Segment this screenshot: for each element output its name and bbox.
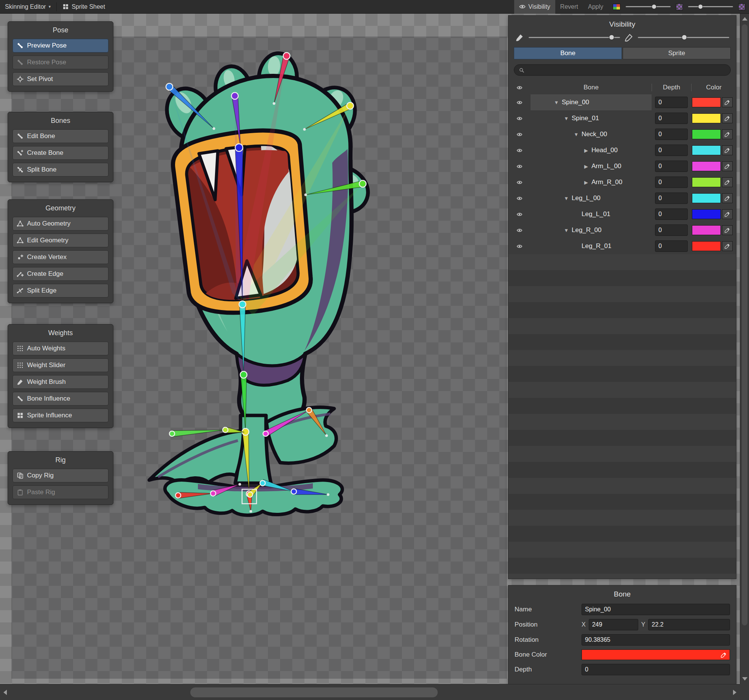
rotation-input[interactable] [582,634,730,646]
bone-row-leg-l-00[interactable]: ▼Leg_L_00 [508,190,736,206]
split-bone-button[interactable]: Split Bone [13,163,108,177]
edit-geometry-button[interactable]: Edit Geometry [13,234,108,247]
eyedropper-icon[interactable] [722,113,733,123]
tab-bone[interactable]: Bone [514,47,622,59]
expand-arrow-icon[interactable]: ▼ [553,100,559,105]
depth-column-header[interactable]: Depth [652,84,691,91]
eye-column-header[interactable] [508,85,531,91]
copy-rig-button[interactable]: Copy Rig [13,469,108,482]
sprite-opacity-slider[interactable] [626,6,671,7]
bone-color-swatch[interactable] [692,177,721,187]
bone-color-swatch[interactable] [692,97,721,107]
scroll-right-arrow-icon[interactable] [733,690,736,695]
expand-arrow-icon[interactable]: ▼ [563,228,569,233]
apply-button[interactable]: Apply [583,0,608,14]
eye-toggle[interactable] [508,116,531,121]
bone-column-header[interactable]: Bone [531,84,652,91]
texture-opacity-icon[interactable] [676,3,683,10]
bone-opacity-slider[interactable] [688,6,733,7]
visibility-toggle-button[interactable]: Visibility [514,0,555,14]
paste-rig-button[interactable]: Paste Rig [13,485,108,499]
expand-arrow-icon[interactable]: ▼ [573,132,579,137]
bone-search-box[interactable] [514,64,731,76]
depth-input[interactable] [655,97,688,108]
expand-arrow-icon[interactable]: ▼ [563,116,569,121]
slider-knob[interactable] [609,35,614,40]
preview-pose-button[interactable]: Preview Pose [13,39,108,52]
eye-toggle[interactable] [508,164,531,169]
bone-color-swatch[interactable] [692,145,721,155]
set-pivot-button[interactable]: Set Pivot [13,72,108,86]
search-input[interactable] [527,67,726,73]
depth-input[interactable] [655,192,688,204]
eyedropper-icon[interactable] [722,129,733,139]
bone-row-leg-r-00[interactable]: ▼Leg_R_00 [508,222,736,238]
eye-toggle[interactable] [508,196,531,201]
slider-knob[interactable] [698,4,703,9]
bone-row-spine-01[interactable]: ▼Spine_01 [508,110,736,126]
vertical-scrollbar[interactable] [740,14,749,684]
create-vertex-button[interactable]: Create Vertex [13,250,108,264]
expand-arrow-icon[interactable]: ▶ [583,148,589,153]
bone-row-leg-r-01[interactable]: Leg_R_01 [508,238,736,254]
bone-color-swatch[interactable] [692,113,721,123]
depth-input[interactable] [655,240,688,252]
sprite-sheet-button[interactable]: Sprite Sheet [57,0,110,14]
eye-toggle[interactable] [508,228,531,233]
depth-input[interactable] [582,664,730,675]
color-column-header[interactable]: Color [691,84,736,91]
depth-input[interactable] [655,145,688,156]
scroll-down-arrow-icon[interactable] [742,677,747,681]
position-x-input[interactable] [589,619,638,630]
revert-button[interactable]: Revert [555,0,583,14]
bone-row-arm-l-00[interactable]: ▶Arm_L_00 [508,158,736,174]
overlay-opacity-icon[interactable] [738,3,745,10]
eye-toggle[interactable] [508,100,531,105]
depth-input[interactable] [655,208,688,220]
mesh-overlay-opacity-slider[interactable] [638,37,729,38]
weight-brush-button[interactable]: Weight Brush [13,375,108,389]
horizontal-scrollbar[interactable] [0,684,740,700]
eyedropper-icon[interactable] [722,177,733,187]
eye-toggle[interactable] [508,212,531,217]
eye-toggle[interactable] [508,132,531,137]
eyedropper-icon[interactable] [722,209,733,219]
create-edge-button[interactable]: Create Edge [13,267,108,281]
brush-icon[interactable] [515,33,524,42]
depth-input[interactable] [655,113,688,124]
sprite-influence-button[interactable]: Sprite Influence [13,409,108,422]
eye-toggle[interactable] [508,243,531,249]
slider-knob[interactable] [652,4,657,9]
position-y-input[interactable] [648,619,730,630]
split-edge-button[interactable]: Split Edge [13,284,108,298]
skinning-editor-dropdown[interactable]: Skinning Editor ▾ [0,0,56,14]
color-map-icon[interactable] [613,4,620,10]
auto-weights-button[interactable]: Auto Weights [13,342,108,355]
bone-color-swatch[interactable] [692,241,721,251]
bone-row-neck-00[interactable]: ▼Neck_00 [508,126,736,142]
depth-input[interactable] [655,177,688,188]
auto-geometry-button[interactable]: Auto Geometry [13,217,108,231]
bone-row-spine-00[interactable]: ▼Spine_00 [508,94,736,110]
expand-arrow-icon[interactable]: ▼ [563,196,569,201]
create-bone-button[interactable]: Create Bone [13,146,108,160]
bone-color-swatch[interactable] [692,225,721,235]
weight-slider-button[interactable]: Weight Slider [13,358,108,372]
eyedropper-icon[interactable] [722,161,733,171]
horizontal-scroll-thumb[interactable] [190,687,438,697]
bone-row-arm-r-00[interactable]: ▶Arm_R_00 [508,174,736,190]
bone-row-leg-l-01[interactable]: Leg_L_01 [508,206,736,222]
brush-outline-icon[interactable] [625,33,633,42]
scroll-left-arrow-icon[interactable] [3,690,7,695]
depth-input[interactable] [655,161,688,172]
eyedropper-icon[interactable] [722,225,733,235]
bone-color-swatch[interactable] [692,161,721,171]
bone-color-swatch[interactable] [692,129,721,139]
slider-knob[interactable] [682,35,687,40]
eyedropper-icon[interactable] [722,97,733,107]
eye-toggle[interactable] [508,148,531,153]
tab-sprite[interactable]: Sprite [623,47,731,59]
bone-row-head-00[interactable]: ▶Head_00 [508,142,736,158]
eyedropper-icon[interactable] [722,193,733,203]
eyedropper-icon[interactable] [722,241,733,251]
